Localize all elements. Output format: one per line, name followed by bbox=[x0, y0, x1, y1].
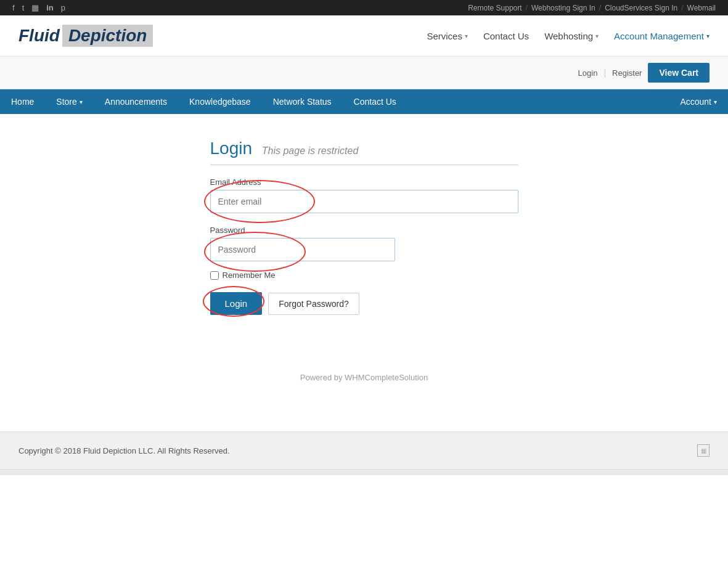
account-dropdown-arrow: ▾ bbox=[714, 99, 717, 105]
restricted-text: This page is restricted bbox=[262, 145, 359, 156]
facebook-icon[interactable]: f bbox=[12, 3, 15, 12]
forgot-password-button[interactable]: Forgot Password? bbox=[268, 293, 359, 315]
account-management-label: Account Management bbox=[614, 31, 704, 41]
account-label: Account bbox=[680, 97, 711, 107]
pre-sep: | bbox=[603, 68, 606, 78]
account-nav-item[interactable]: Account ▾ bbox=[669, 89, 728, 114]
twitter-icon[interactable]: t bbox=[22, 3, 25, 12]
form-actions: Login Forgot Password? bbox=[210, 292, 518, 315]
login-button[interactable]: Login bbox=[210, 292, 263, 315]
webhosting-dropdown-arrow: ▾ bbox=[595, 33, 599, 39]
logo[interactable]: Fluid Depiction bbox=[18, 25, 153, 47]
cloudservices-signin-link[interactable]: CloudServices Sign In bbox=[605, 4, 677, 12]
register-link[interactable]: Register bbox=[612, 68, 642, 78]
webhosting-nav[interactable]: Webhosting ▾ bbox=[544, 31, 599, 41]
email-input[interactable] bbox=[210, 190, 518, 213]
email-label: Email Address bbox=[210, 177, 518, 187]
services-label: Services bbox=[427, 31, 462, 41]
top-links: Remote Support / Webhosting Sign In / Cl… bbox=[468, 4, 716, 12]
webhosting-signin-link[interactable]: Webhosting Sign In bbox=[531, 4, 595, 12]
logo-depiction-text: Depiction bbox=[62, 25, 153, 47]
login-title: Login This page is restricted bbox=[210, 139, 518, 165]
main-nav: Fluid Depiction Services ▾ Contact Us We… bbox=[0, 15, 728, 57]
knowledgebase-nav-item[interactable]: Knowledgebase bbox=[178, 89, 262, 114]
footer: Copyright © 2018 Fluid Depiction LLC. Al… bbox=[0, 431, 728, 469]
email-form-group: Email Address bbox=[210, 177, 518, 213]
login-link[interactable]: Login bbox=[578, 68, 598, 78]
password-input-wrapper bbox=[210, 238, 518, 261]
password-label: Password bbox=[210, 226, 518, 235]
social-links: f t ▦ in p bbox=[12, 3, 65, 12]
footer-icon: ▦ bbox=[697, 444, 710, 457]
remote-support-link[interactable]: Remote Support bbox=[468, 4, 521, 12]
contact-us-blue-nav-item[interactable]: Contact Us bbox=[343, 89, 407, 114]
sep3: / bbox=[681, 4, 683, 12]
store-nav-item[interactable]: Store ▾ bbox=[45, 89, 93, 114]
password-input[interactable] bbox=[210, 238, 395, 261]
password-form-group: Password bbox=[210, 226, 518, 261]
powered-by: Powered by WHMCompleteSolution bbox=[0, 361, 728, 394]
store-label: Store bbox=[56, 97, 76, 107]
linkedin-icon[interactable]: in bbox=[46, 3, 54, 12]
powered-by-text: Powered by WHMCompleteSolution bbox=[300, 373, 428, 382]
email-input-wrapper bbox=[210, 190, 518, 213]
sep2: / bbox=[599, 4, 601, 12]
copyright-text: Copyright © 2018 Fluid Depiction LLC. Al… bbox=[18, 446, 230, 455]
home-nav-item[interactable]: Home bbox=[0, 89, 45, 114]
rss-icon[interactable]: ▦ bbox=[31, 3, 39, 12]
account-management-nav[interactable]: Account Management ▾ bbox=[614, 31, 710, 41]
contact-us-nav[interactable]: Contact Us bbox=[483, 31, 529, 41]
main-nav-links: Services ▾ Contact Us Webhosting ▾ Accou… bbox=[427, 31, 710, 41]
network-status-nav-item[interactable]: Network Status bbox=[262, 89, 343, 114]
remember-me-checkbox[interactable] bbox=[210, 271, 219, 280]
account-management-dropdown-arrow: ▾ bbox=[706, 33, 710, 39]
login-title-text: Login bbox=[210, 139, 253, 158]
sep1: / bbox=[526, 4, 528, 12]
services-nav[interactable]: Services ▾ bbox=[427, 31, 468, 41]
blue-nav-bar: Home Store ▾ Announcements Knowledgebase… bbox=[0, 89, 728, 114]
store-dropdown-arrow: ▾ bbox=[80, 99, 83, 105]
login-box: Login This page is restricted Email Addr… bbox=[210, 139, 518, 336]
announcements-nav-item[interactable]: Announcements bbox=[94, 89, 178, 114]
main-content: Login This page is restricted Email Addr… bbox=[0, 114, 728, 361]
remember-me-label: Remember Me bbox=[223, 271, 276, 280]
login-button-wrapper: Login bbox=[210, 292, 263, 315]
webhosting-label: Webhosting bbox=[544, 31, 593, 41]
top-bar: f t ▦ in p Remote Support / Webhosting S… bbox=[0, 0, 728, 15]
footer-bottom-bar bbox=[0, 469, 728, 475]
view-cart-button[interactable]: View Cart bbox=[648, 63, 710, 83]
webmail-link[interactable]: Webmail bbox=[687, 4, 716, 12]
pre-content-bar: Login | Register View Cart bbox=[0, 57, 728, 89]
logo-fluid-text: Fluid bbox=[18, 26, 60, 46]
remember-me-group: Remember Me bbox=[210, 271, 518, 280]
pinterest-icon[interactable]: p bbox=[61, 3, 65, 12]
services-dropdown-arrow: ▾ bbox=[465, 33, 468, 39]
